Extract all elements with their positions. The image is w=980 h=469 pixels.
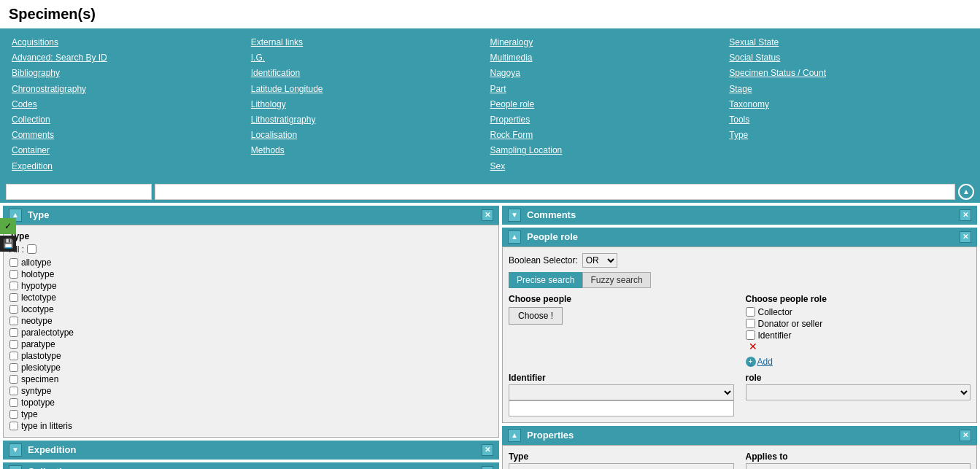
collection-close-btn[interactable]: ✕: [482, 466, 493, 469]
nav-link-expedition[interactable]: Expedition: [12, 160, 251, 174]
cb-label-type: type: [21, 409, 38, 419]
type-close-btn[interactable]: ✕: [482, 209, 493, 221]
cb-plesiotype[interactable]: [9, 363, 18, 372]
nav-link-nagoya[interactable]: Nagoya: [490, 66, 730, 80]
nav-link-specimen-status-count[interactable]: Specimen Status / Count: [729, 66, 968, 80]
properties-panel: ▲ Properties ✕ Type Applies to Property: [502, 426, 977, 469]
collection-panel: ▲ Collection ✕: [3, 462, 499, 469]
nav-link-part[interactable]: Part: [490, 82, 730, 96]
nav-link-bibliography[interactable]: Bibliography: [12, 66, 251, 80]
people-cols: Choose people Choose ! Choose people rol…: [509, 294, 971, 367]
nav-link-tools[interactable]: Tools: [729, 113, 968, 127]
nav-link-comments[interactable]: Comments: [12, 128, 251, 142]
cb-label-locotype: locotype: [21, 304, 54, 314]
nav-link-sampling-location[interactable]: Sampling Location: [490, 144, 730, 158]
identifier-select[interactable]: [509, 384, 734, 400]
nav-link-taxonomy[interactable]: Taxonomy: [729, 98, 968, 112]
nav-link-external-links[interactable]: External links: [251, 36, 490, 50]
expedition-panel-header[interactable]: ▼ Expedition ✕: [3, 441, 499, 460]
people-role-toggle-btn[interactable]: ▲: [508, 230, 521, 244]
scroll-up-button[interactable]: ▲: [958, 184, 974, 200]
cb-type[interactable]: [9, 410, 18, 419]
cb-plastotype[interactable]: [9, 352, 18, 360]
nav-link-sex[interactable]: Sex: [490, 160, 730, 174]
nav-link-lithostratigraphy[interactable]: Lithostratigraphy: [251, 113, 490, 127]
save-icon[interactable]: 💾: [0, 236, 16, 252]
nav-link-ig[interactable]: I.G.: [251, 51, 490, 65]
cb-label-paralectotype: paralectotype: [21, 327, 74, 338]
comments-panel-header[interactable]: ▼ Comments ✕: [502, 206, 977, 225]
type-panel-header[interactable]: ▲ Type ✕: [3, 206, 499, 225]
role-select[interactable]: [746, 384, 971, 400]
people-role-close-btn[interactable]: ✕: [960, 231, 971, 243]
nav-link-mineralogy[interactable]: Mineralogy: [490, 36, 730, 50]
cb-allotype[interactable]: [9, 258, 18, 267]
cb-label-plastotype: plastotype: [21, 351, 61, 361]
add-link[interactable]: + Add: [746, 357, 971, 367]
search-text-box[interactable]: [155, 184, 955, 200]
nav-link-social-status[interactable]: Social Status: [729, 51, 968, 65]
role-cb-collector[interactable]: [746, 307, 755, 317]
role-col: role: [746, 373, 971, 416]
nav-col-4: Sexual StateSocial StatusSpecimen Status…: [729, 36, 968, 174]
nav-link-rock-form[interactable]: Rock Form: [490, 128, 730, 142]
cb-syntype[interactable]: [9, 387, 18, 395]
nav-link-sexual-state[interactable]: Sexual State: [729, 36, 968, 50]
nav-link-stage[interactable]: Stage: [729, 82, 968, 96]
comments-toggle-btn[interactable]: ▼: [508, 209, 521, 222]
cb-neotype[interactable]: [9, 317, 18, 325]
identifier-input[interactable]: [509, 400, 734, 416]
expedition-close-btn[interactable]: ✕: [482, 444, 493, 456]
expedition-panel-title: Expedition: [28, 444, 76, 455]
fuzzy-search-btn[interactable]: Fuzzy search: [582, 272, 650, 288]
cb-specimen[interactable]: [9, 375, 18, 384]
type-section-title: Type: [9, 231, 493, 241]
cb-holotype[interactable]: [9, 270, 18, 279]
properties-toggle-btn[interactable]: ▲: [508, 429, 521, 442]
properties-panel-header[interactable]: ▲ Properties ✕: [502, 426, 977, 445]
nav-link-lithology[interactable]: Lithology: [251, 98, 490, 112]
nav-link-chronostratigraphy[interactable]: Chronostratigraphy: [12, 82, 251, 96]
type-checkbox-list: allotypeholotypehypotypelectotypelocotyp…: [9, 257, 493, 431]
nav-link-advanced-search-by-id[interactable]: Advanced: Search By ID: [12, 51, 251, 65]
type-all-checkbox[interactable]: [27, 244, 36, 254]
expedition-toggle-btn[interactable]: ▼: [9, 443, 22, 457]
nav-link-people-role[interactable]: People role: [490, 98, 730, 112]
cb-paratype[interactable]: [9, 340, 18, 349]
search-input[interactable]: [6, 184, 152, 200]
props-type-select[interactable]: [509, 463, 734, 469]
role-cb-identifier[interactable]: [746, 330, 755, 340]
nav-link-codes[interactable]: Codes: [12, 98, 251, 112]
cb-locotype[interactable]: [9, 305, 18, 314]
checkmark-icon[interactable]: ✓: [0, 218, 16, 234]
nav-link-type[interactable]: Type: [729, 128, 968, 142]
nav-link-collection[interactable]: Collection: [12, 113, 251, 127]
props-applies-select[interactable]: [746, 463, 971, 469]
nav-link-localisation[interactable]: Localisation: [251, 128, 490, 142]
properties-close-btn[interactable]: ✕: [960, 430, 971, 441]
cb-hypotype[interactable]: [9, 282, 18, 290]
cb-type-in-litteris[interactable]: [9, 422, 18, 430]
comments-close-btn[interactable]: ✕: [960, 209, 971, 221]
nav-link-identification[interactable]: Identification: [251, 66, 490, 80]
nav-link-latitude-longitude[interactable]: Latitude Longitude: [251, 82, 490, 96]
collection-panel-header[interactable]: ▲ Collection ✕: [3, 462, 499, 469]
expedition-panel: ▼ Expedition ✕: [3, 441, 499, 460]
nav-link-methods[interactable]: Methods: [251, 144, 490, 158]
cb-paralectotype[interactable]: [9, 328, 18, 337]
cb-topotype[interactable]: [9, 398, 18, 407]
nav-link-properties[interactable]: Properties: [490, 113, 730, 127]
people-role-panel-header[interactable]: ▲ People role ✕: [502, 228, 977, 247]
nav-link-multimedia[interactable]: Multimedia: [490, 51, 730, 65]
choose-people-btn[interactable]: Choose !: [509, 307, 563, 325]
nav-link-container[interactable]: Container: [12, 144, 251, 158]
nav-col-3: MineralogyMultimediaNagoyaPartPeople rol…: [490, 36, 730, 174]
checkbox-item-hypotype: hypotype: [9, 281, 493, 291]
cb-lectotype[interactable]: [9, 293, 18, 302]
delete-icon[interactable]: ✕: [749, 341, 757, 352]
boolean-select[interactable]: OR AND: [582, 253, 617, 268]
precise-search-btn[interactable]: Precise search: [509, 272, 582, 288]
nav-link-acquisitions[interactable]: Acquisitions: [12, 36, 251, 50]
role-cb-donator-or-seller[interactable]: [746, 319, 755, 328]
collection-toggle-btn[interactable]: ▲: [9, 465, 22, 469]
